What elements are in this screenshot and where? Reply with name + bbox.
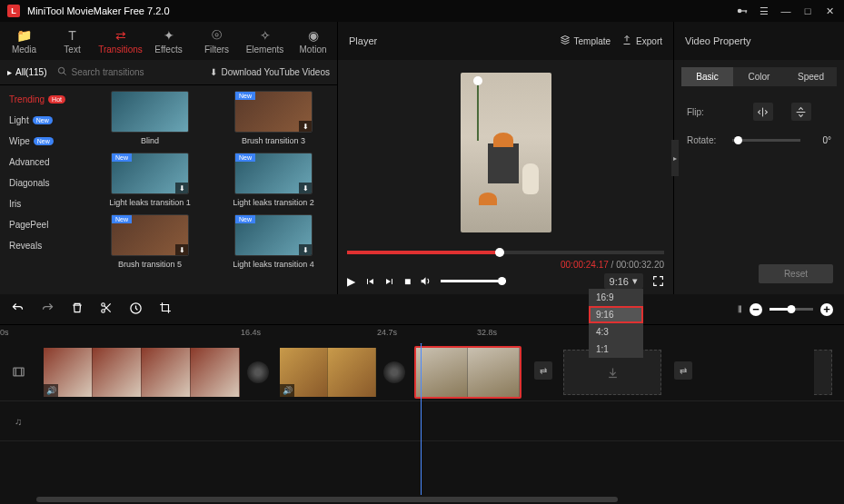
audio-icon: 🔊 [44,384,58,397]
audio-track-content[interactable] [36,401,844,440]
transition-thumb[interactable]: New⬇Light leaks transition 4 [215,214,332,269]
play-button[interactable]: ▶ [347,275,355,288]
zoom-knob[interactable] [788,305,796,313]
minimize-button[interactable]: — [779,4,793,18]
download-youtube-link[interactable]: ⬇ Download YouTube Videos [210,67,330,77]
export-button[interactable]: Export [621,35,662,47]
tab-media[interactable]: 📁Media [0,22,48,60]
zoom-in-button[interactable]: + [820,303,833,316]
delete-button[interactable] [71,301,84,317]
undo-button[interactable] [11,301,25,318]
tab-transitions[interactable]: ⇄Transitions [96,22,144,60]
prop-tab-speed[interactable]: Speed [785,67,837,86]
swap-button-1[interactable]: ⇄ [534,361,552,380]
ruler-mark: 0s [0,328,9,337]
transition-thumb[interactable]: New⬇Light leaks transition 1 [92,153,208,207]
redo-button[interactable] [41,301,55,318]
all-filter[interactable]: ▸ All(115) [7,67,46,77]
ratio-option[interactable]: 1:1 [589,341,643,358]
clip-dropzone-end[interactable] [814,350,832,395]
prop-tab-basic[interactable]: Basic [681,67,733,86]
maximize-button[interactable]: □ [800,4,815,18]
timeline-scrollbar[interactable] [0,495,844,504]
media-icon: 📁 [16,28,32,43]
tab-text[interactable]: TText [48,22,96,60]
playhead[interactable] [421,343,422,495]
rotate-value: 0° [809,135,831,145]
clip-1[interactable]: 🔊 [42,346,242,399]
thumb-label: Blind [141,136,159,145]
progress-bar[interactable] [347,251,664,254]
tab-elements[interactable]: ✧Elements [241,22,289,60]
flip-horizontal-button[interactable] [753,103,773,121]
category-reveals[interactable]: Reveals [0,235,86,256]
reset-button[interactable]: Reset [759,264,833,283]
clip-2[interactable]: 🔊 [278,346,378,399]
tab-effects[interactable]: ✦Effects [144,22,193,60]
prev-frame-button[interactable] [364,276,375,287]
audio-track-icon: ♫ [0,416,36,427]
audio-icon: 🔊 [280,384,294,397]
ratio-option[interactable]: 16:9 [589,289,643,306]
category-wipe[interactable]: WipeNew [0,131,86,152]
template-button[interactable]: Template [560,35,611,47]
volume-knob[interactable] [498,277,506,285]
crop-button[interactable] [159,301,172,317]
new-badge: New [34,137,54,145]
volume-icon[interactable] [420,275,432,287]
menu-icon[interactable]: ☰ [757,4,771,18]
preview-canvas[interactable] [461,73,551,232]
zoom-out-button[interactable]: − [750,303,762,316]
tab-filters[interactable]: ⦾Filters [193,22,241,60]
rotate-knob[interactable] [734,136,742,144]
ratio-option[interactable]: 9:16 [589,306,643,323]
category-light[interactable]: LightNew [0,110,86,131]
speed-button[interactable] [129,301,143,318]
new-badge: New [112,153,132,162]
aspect-ratio-select[interactable]: 9:16 ▾ 16:99:164:31:1 [604,273,643,289]
download-icon: ⬇ [210,67,217,77]
category-iris[interactable]: Iris [0,193,86,214]
tab-motion[interactable]: ◉Motion [289,22,337,60]
all-count: All(115) [15,67,46,77]
timeline-toolbar: ⦀ − + [0,294,844,325]
prop-tab-color[interactable]: Color [733,67,785,86]
transition-thumb[interactable]: Blind [92,91,208,145]
fullscreen-button[interactable] [652,275,664,287]
stop-button[interactable]: ■ [404,275,411,288]
close-button[interactable]: ✕ [822,4,837,18]
rotate-slider[interactable] [732,139,800,142]
timeline-ruler[interactable]: 0s16.4s24.7s32.8s [0,325,844,343]
transition-thumb[interactable]: New⬇Brush transition 3 [215,91,332,145]
panel-resize-handle[interactable]: ▸ [671,140,679,176]
search-input[interactable] [71,67,162,77]
filters-icon: ⦾ [212,27,222,43]
rotate-row: Rotate: 0° [687,135,831,145]
zoom-slider[interactable] [770,308,813,311]
transition-thumb[interactable]: New⬇Brush transition 5 [92,214,208,269]
key-icon[interactable] [735,4,750,18]
motion-icon: ◉ [308,28,319,43]
progress-knob[interactable] [495,248,504,257]
property-tabs: BasicColorSpeed [674,60,844,94]
volume-slider[interactable] [441,280,506,282]
video-track-content[interactable]: 🔊 🔊 ⇄ ⇄ [36,343,844,400]
scrollbar-thumb[interactable] [36,497,618,502]
svg-rect-2 [746,10,747,13]
transition-thumb[interactable]: New⬇Light leaks transition 2 [215,153,332,207]
category-diagonals[interactable]: Diagonals [0,173,86,193]
category-advanced[interactable]: Advanced [0,152,86,173]
next-frame-button[interactable] [384,276,395,287]
swap-button-2[interactable]: ⇄ [674,361,692,380]
transition-2[interactable] [383,361,405,383]
category-trending[interactable]: TrendingHot [0,89,86,110]
timeline: ⦀ − + 0s16.4s24.7s32.8s 🔊 🔊 [0,294,844,504]
flip-vertical-button[interactable] [791,103,811,121]
ratio-option[interactable]: 4:3 [589,323,643,341]
clip-3-selected[interactable] [414,346,521,399]
category-label: Trending [9,94,45,104]
category-pagepeel[interactable]: PagePeel [0,214,86,235]
transition-1[interactable] [247,361,269,383]
zoom-fit-icon[interactable]: ⦀ [738,303,742,315]
split-button[interactable] [100,301,113,317]
